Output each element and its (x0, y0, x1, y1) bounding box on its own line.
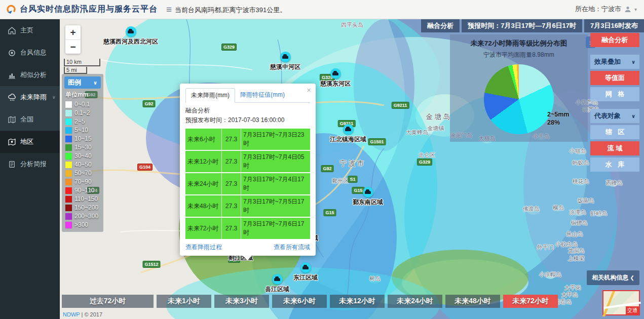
map-place-label: 大黄蜂岛 (406, 129, 428, 136)
map-place-label: 宁波市 (340, 159, 366, 168)
basin-marker-icon[interactable] (280, 52, 291, 62)
period-cell: 未来48小时 (185, 195, 222, 217)
map-place-label: 大甲岛 (561, 291, 578, 299)
map-place-label: 北仑区 (419, 151, 435, 159)
basin-marker-icon[interactable] (363, 187, 373, 197)
rainfall-table-row: 未来24小时27.37月3日17时~7月4日17时 (185, 173, 310, 194)
user-caret-icon[interactable]: ▾ (634, 7, 637, 12)
basin-marker-icon[interactable] (126, 26, 136, 37)
basin-marker[interactable]: 慈溪西河及西北河区 (103, 26, 158, 46)
value-cell: 27.3 (222, 173, 241, 194)
close-icon[interactable]: × (307, 86, 311, 94)
time-button[interactable]: 未来3小时 (214, 295, 269, 308)
basin-marker-icon[interactable] (343, 124, 354, 135)
view-all-basins-link[interactable]: 查看所有流域 (274, 243, 310, 252)
pie-tooltip-label: 2~5mm (547, 111, 569, 119)
basin-marker[interactable]: 江北镇海区域 (330, 124, 366, 144)
map-place-label: 虾峙岛 (591, 210, 608, 217)
topbar-issued-time: 7月3日16时发布 (584, 19, 644, 32)
map-canvas[interactable]: 四平头岛金塘岛金塘镇大黄蜂岛涂泥门岛大猫岛小千岛宁波市鄞州区北仑区里锚屿小葫芦岛… (60, 19, 644, 319)
time-button[interactable]: 未来6小时 (272, 295, 327, 308)
zoom-in-button[interactable]: + (65, 25, 81, 39)
time-button[interactable]: 未来24小时 (388, 295, 442, 308)
related-agencies-button[interactable]: 相关机构信息 ❮ (587, 270, 639, 285)
legend-row: 90~110 (65, 187, 101, 194)
typhoon-logo-icon (6, 5, 16, 15)
sidebar-item-1[interactable]: 台风信息 (0, 42, 60, 64)
sidebar-item-4[interactable]: 全国 (0, 108, 60, 131)
road-shield-badge: G9211 (392, 102, 409, 109)
basin-marker-label: 慈溪西河及西北河区 (103, 37, 158, 46)
basin-marker[interactable]: 慈溪中河区 (270, 52, 300, 71)
chevron-down-icon: ∨ (52, 95, 56, 100)
user-icon[interactable] (624, 6, 631, 13)
layer-option-button[interactable]: 流 域 (590, 141, 639, 155)
basin-marker-label: 江北镇海区域 (330, 135, 366, 144)
layer-option-button[interactable]: 网 格 (590, 87, 639, 101)
layer-group-title: 代表对象 (594, 111, 621, 121)
map-place-label: 悬山岛 (566, 230, 583, 238)
sidebar-item-5[interactable]: 地区 (0, 131, 60, 153)
legend-color-swatch (65, 170, 72, 177)
legend-row: 110~150 (65, 195, 101, 203)
map-copyright: NDWP | © 2017 (63, 311, 102, 317)
layer-group-header-1[interactable]: 代表对象∨ (590, 109, 639, 123)
rain-legend: 图例 ∨ 单位mm 0~0.10.1~22~55~1010~1515~3030~… (62, 74, 103, 232)
layer-group-header-0[interactable]: 效果叠加∨ (590, 55, 639, 69)
sidebar-item-6[interactable]: 分析简报 (0, 153, 60, 175)
sidebar-item-0[interactable]: 主页 (0, 19, 60, 42)
road-shield-badge: S1 (348, 176, 357, 183)
map-place-label: 饭蒸岛 (578, 197, 594, 205)
map-place-label: 树岛 (369, 275, 381, 283)
ndwp-link[interactable]: NDWP (63, 311, 80, 317)
layer-option-button[interactable]: 辖 区 (590, 125, 639, 139)
time-button[interactable]: 未来48小时 (445, 295, 500, 308)
map-nation-icon (8, 116, 16, 124)
basin-marker-label: 东江区域 (293, 273, 318, 282)
legend-header[interactable]: 图例 ∨ (64, 76, 101, 89)
basin-marker-icon[interactable] (300, 262, 311, 273)
zoom-out-button[interactable]: − (65, 39, 81, 54)
fusion-analysis-button[interactable]: 融合分析 (590, 33, 639, 47)
popup-links: 查看降雨过程 查看所有流域 (185, 243, 310, 252)
time-button[interactable]: 过去72小时 (62, 295, 154, 308)
range-cell: 7月3日17时~7月4日05时 (241, 151, 310, 172)
app-root: 台风实时信息防汛应用与服务云平台 ≡ 当前台风南玛都,距离宁波市391公里。 所… (0, 0, 644, 319)
basin-marker[interactable]: 慈溪东河区 (320, 68, 351, 88)
time-button[interactable]: 未来12小时 (330, 295, 385, 308)
basin-marker-icon[interactable] (272, 274, 283, 285)
range-cell: 7月3日17时~7月3日23时 (241, 129, 310, 150)
legend-title: 图例 (68, 78, 81, 87)
sidebar-nav: 主页台风信息相似分析未来降雨∨全国地区分析简报 (0, 19, 60, 319)
tab-future-rain[interactable]: 未来降雨(mm) (185, 88, 235, 103)
basin-marker-label: 鄞东南区域 (353, 198, 383, 207)
layer-option-button[interactable]: 水 库 (590, 157, 639, 172)
basin-marker-label: 慈溪中河区 (270, 63, 300, 71)
copyright-text: | © 2017 (81, 311, 102, 317)
basin-marker-icon[interactable] (330, 68, 341, 79)
sidebar-item-2[interactable]: 相似分析 (0, 64, 60, 86)
legend-color-swatch (65, 162, 72, 168)
road-shield-badge: G329 (221, 44, 237, 51)
legend-color-swatch (65, 205, 72, 211)
map-place-label: 鄞州区 (332, 177, 349, 185)
layer-option-button[interactable]: 等值面 (590, 71, 639, 85)
topbar-forecast-range: 预报时间：7月3日17时—7月6日17时 (462, 19, 582, 32)
view-rain-process-link[interactable]: 查看降雨过程 (185, 243, 222, 252)
rain-level-pie-chart[interactable] (484, 64, 554, 134)
scale-km-label: 10 km (64, 59, 100, 66)
hamburger-menu-icon[interactable]: ≡ (166, 4, 172, 15)
range-cell: 7月3日17时~7月5日17时 (241, 195, 310, 217)
brand: 台风实时信息防汛应用与服务云平台 ≡ (0, 4, 172, 15)
basin-marker[interactable]: 县江区域 (265, 274, 289, 294)
legend-range-label: 30~40 (74, 152, 92, 160)
tab-rain-features[interactable]: 降雨特征值(mm) (235, 88, 290, 102)
rainfall-table-row: 未来72小时27.37月3日17时~7月6日17时 (185, 218, 310, 239)
basin-marker[interactable]: 东江区域 (293, 262, 318, 282)
time-button[interactable]: 未来1小时 (157, 295, 211, 308)
basin-marker[interactable]: 鄞东南区域 (353, 187, 383, 207)
minimap-overview[interactable]: 交通 (602, 290, 640, 315)
map-place-label: 铜锣岛 (571, 219, 588, 227)
time-button[interactable]: 未来72小时 (503, 295, 558, 308)
sidebar-item-3[interactable]: 未来降雨∨ (0, 86, 60, 108)
